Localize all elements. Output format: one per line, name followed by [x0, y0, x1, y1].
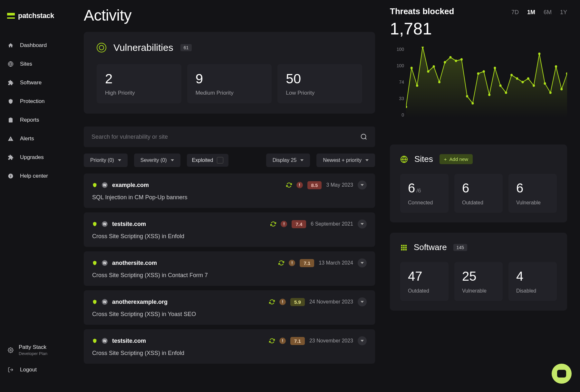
- site-domain: anothersite.com: [112, 260, 157, 266]
- sidebar: patchstack DashboardSitesSoftwareProtect…: [0, 0, 84, 392]
- expand-button[interactable]: [358, 219, 367, 229]
- sidebar-item-help-center[interactable]: iHelp center: [7, 167, 84, 185]
- cvss-score: 8.5: [307, 181, 322, 189]
- expand-button[interactable]: [358, 181, 367, 190]
- user-menu[interactable]: Patty Stack Developer Plan: [7, 340, 84, 360]
- brand-name: patchstack: [18, 12, 54, 20]
- cvss-score: 5.9: [290, 298, 305, 306]
- checkbox-icon[interactable]: [217, 157, 223, 163]
- alert-icon: !: [279, 338, 286, 344]
- svg-point-18: [455, 60, 457, 62]
- sidebar-item-software[interactable]: Software: [7, 73, 84, 92]
- sidebar-item-label: Reports: [20, 117, 39, 123]
- vulnerabilities-card: Vulnerabilities 61 2High Priority9Medium…: [84, 32, 375, 114]
- cvss-score: 7.1: [300, 259, 314, 267]
- svg-point-16: [444, 61, 446, 64]
- vulnerability-row[interactable]: Wanotherexample.org!5.924 November 2023C…: [84, 290, 375, 325]
- range-tab-7d[interactable]: 7D: [511, 9, 519, 16]
- gear-icon: [7, 347, 14, 354]
- alert-icon: !: [279, 299, 286, 305]
- panel-stat[interactable]: 25Vulnerable: [454, 262, 503, 301]
- sync-icon[interactable]: [278, 260, 284, 266]
- stat-box[interactable]: 50Low Priority: [277, 64, 362, 103]
- chat-support-button[interactable]: [552, 364, 572, 384]
- range-tab-1m[interactable]: 1M: [527, 9, 535, 16]
- globe-icon: [400, 155, 408, 163]
- panel-stat[interactable]: 4Disabled: [508, 262, 557, 301]
- svg-point-35: [549, 91, 552, 94]
- svg-point-20: [466, 95, 468, 98]
- filter-display[interactable]: Display 25: [266, 154, 310, 167]
- sidebar-item-alerts[interactable]: Alerts: [7, 129, 84, 148]
- svg-rect-43: [405, 245, 407, 246]
- sidebar-item-label: Alerts: [20, 135, 34, 142]
- sync-icon[interactable]: [269, 299, 275, 305]
- shield-icon: [7, 98, 14, 105]
- panel-stat[interactable]: 6Vulnerable: [508, 174, 557, 213]
- sidebar-item-upgrades[interactable]: Upgrades: [7, 148, 84, 167]
- grid-icon: [400, 244, 407, 251]
- stat-value: 6: [462, 181, 469, 195]
- brand-logo[interactable]: patchstack: [7, 12, 84, 20]
- wordpress-icon: W: [102, 221, 108, 227]
- sync-icon[interactable]: [269, 338, 275, 344]
- svg-point-7: [361, 134, 366, 139]
- software-count-badge: 145: [453, 244, 467, 251]
- logout-button[interactable]: Logout: [7, 360, 84, 379]
- vuln-description: Cross Site Scripting (XSS) in Yoast SEO: [92, 311, 367, 318]
- vulnerability-row[interactable]: Wtestsite.com!7.123 November 2023Cross S…: [84, 329, 375, 364]
- svg-rect-46: [405, 247, 407, 248]
- warning-icon: [7, 135, 14, 142]
- filter-sort[interactable]: Newest + priority: [316, 154, 375, 167]
- vuln-description: SQL Injection in CM Pop-Up banners: [92, 194, 367, 201]
- sync-icon[interactable]: [270, 221, 276, 227]
- chevron-down-icon: [118, 159, 121, 161]
- software-title: Software: [414, 242, 447, 252]
- sidebar-item-dashboard[interactable]: Dashboard: [7, 36, 84, 55]
- logout-icon: [7, 366, 14, 373]
- svg-rect-48: [403, 249, 405, 250]
- stat-box[interactable]: 9Medium Priority: [187, 64, 272, 103]
- user-name: Patty Stack: [19, 344, 47, 350]
- sidebar-item-protection[interactable]: Protection: [7, 92, 84, 111]
- svg-point-32: [533, 84, 535, 87]
- puzzle-icon: [7, 79, 14, 86]
- panel-stat[interactable]: 47Outdated: [400, 262, 449, 301]
- stat-box[interactable]: 2High Priority: [97, 64, 181, 103]
- svg-rect-47: [401, 249, 403, 250]
- panel-stat[interactable]: 6Outdated: [454, 174, 503, 213]
- vulnerabilities-title: Vulnerabilities: [113, 42, 173, 53]
- sites-title: Sites: [414, 154, 433, 164]
- vulnerability-row[interactable]: Wtestsite.com!7.46 September 2021Cross S…: [84, 212, 375, 247]
- filter-severity[interactable]: Severity (0): [134, 154, 180, 167]
- vulnerability-row[interactable]: Wexample.com!8.53 May 2023SQL Injection …: [84, 173, 375, 208]
- stat-label: Disabled: [516, 288, 549, 294]
- info-icon: i: [7, 173, 14, 180]
- sync-icon[interactable]: [286, 182, 292, 188]
- vulnerability-row[interactable]: Wanothersite.com!7.113 March 2024Cross S…: [84, 251, 375, 286]
- svg-point-21: [471, 102, 474, 105]
- svg-point-34: [544, 82, 546, 85]
- filter-exploited[interactable]: Exploited: [187, 154, 229, 167]
- range-tab-1y[interactable]: 1Y: [560, 9, 567, 16]
- search-icon[interactable]: [360, 133, 367, 140]
- y-tick: 0: [390, 112, 404, 117]
- range-tab-6m[interactable]: 6M: [544, 9, 552, 16]
- stat-label: Vulnerable: [462, 288, 495, 294]
- search-input[interactable]: [92, 134, 360, 140]
- add-site-button[interactable]: + Add new: [440, 154, 473, 164]
- sidebar-item-sites[interactable]: Sites: [7, 55, 84, 73]
- expand-button[interactable]: [358, 336, 367, 345]
- chevron-down-icon: [171, 159, 174, 161]
- sidebar-item-reports[interactable]: Reports: [7, 111, 84, 129]
- svg-point-10: [411, 67, 413, 69]
- filter-priority[interactable]: Priority (0): [84, 154, 128, 167]
- expand-button[interactable]: [358, 258, 367, 267]
- svg-point-25: [494, 67, 496, 69]
- stat-value: 9: [196, 71, 264, 87]
- expand-button[interactable]: [358, 297, 367, 306]
- panel-stat[interactable]: 6/6Connected: [400, 174, 449, 213]
- stat-sub: /6: [416, 188, 421, 194]
- shield-icon: [92, 182, 97, 188]
- vuln-description: Cross Site Scripting (XSS) in Enfold: [92, 350, 367, 357]
